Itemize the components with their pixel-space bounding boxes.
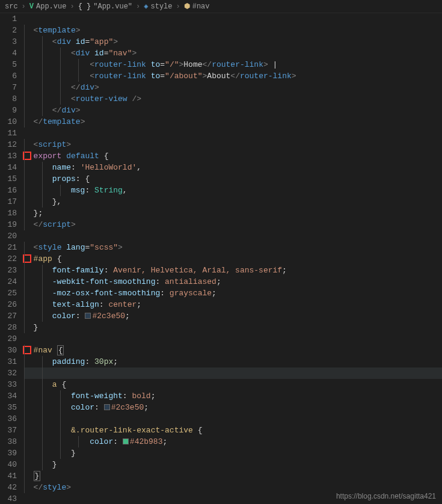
line-number-gutter: 12345678910 11121314151617181920 2122232… [0,13,24,504]
watermark: https://blog.csdn.net/sagitta421 [336,492,436,500]
hash-icon: ⬢ [184,2,190,11]
cube-icon: ◈ [144,2,148,11]
breadcrumb-nav[interactable]: #nav [192,2,210,11]
code-content[interactable]: <template> <div id="app"> <div id="nav">… [24,13,442,504]
editor-area[interactable]: 12345678910 11121314151617181920 2122232… [0,13,442,504]
color-swatch [123,438,129,444]
breadcrumb-file[interactable]: App.vue [36,2,66,11]
vue-icon: V [29,2,34,11]
cursor-line[interactable] [24,367,442,379]
breadcrumb-style[interactable]: style [151,2,173,11]
breadcrumbs[interactable]: src › V App.vue › { } "App.vue" › ◈ styl… [0,0,442,13]
breadcrumb-json[interactable]: "App.vue" [93,2,132,11]
breadcrumb-sep: › [176,2,180,11]
color-swatch [85,313,91,319]
breadcrumb-sep: › [136,2,140,11]
breadcrumb-src[interactable]: src [5,2,18,11]
breadcrumb-sep: › [22,2,26,11]
color-swatch [104,404,110,410]
braces-icon: { } [78,2,91,11]
breadcrumb-sep: › [70,2,74,11]
